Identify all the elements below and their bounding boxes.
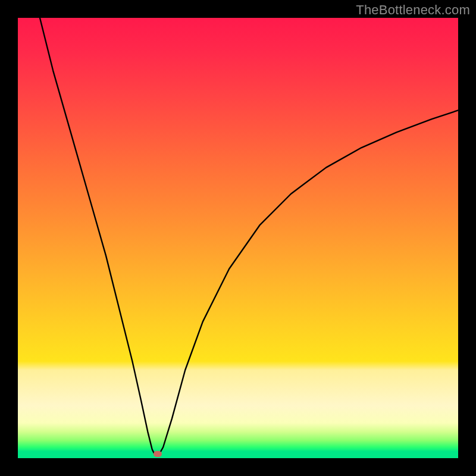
- optimum-marker: [154, 451, 162, 457]
- attribution-label: TheBottleneck.com: [356, 2, 470, 18]
- plot-area: [18, 18, 458, 458]
- curve-svg: [18, 18, 458, 458]
- bottleneck-curve: [40, 18, 458, 455]
- chart-frame: TheBottleneck.com: [0, 0, 476, 476]
